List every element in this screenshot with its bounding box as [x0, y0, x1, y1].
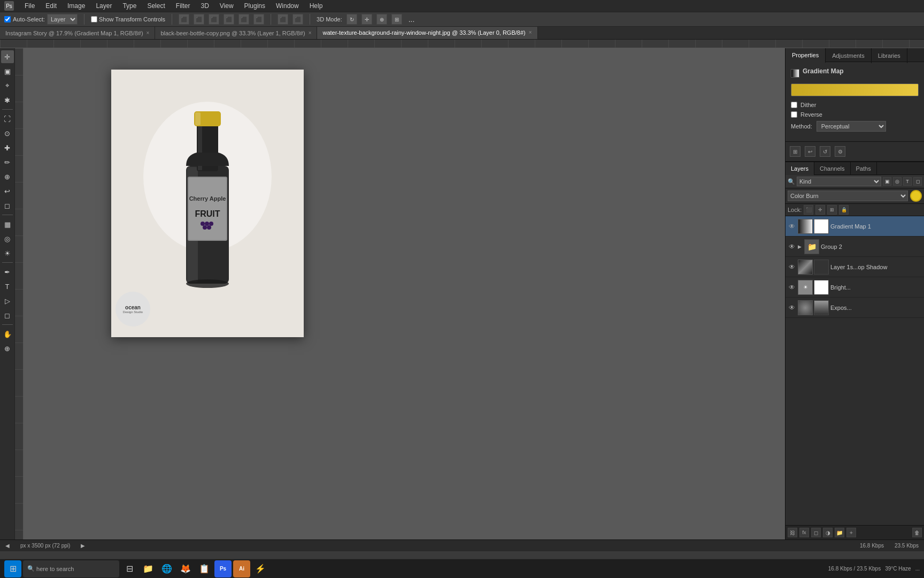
prop-icon-1[interactable]: ⊞ [790, 146, 800, 157]
gradient-tool[interactable]: ▦ [1, 218, 14, 231]
canvas-frame[interactable]: Cherry Apple FRUIT ocean Design Studio [111, 70, 304, 337]
align-left-btn[interactable]: ⬛ [179, 14, 189, 25]
layer-adj-btn[interactable]: ◑ [823, 528, 833, 537]
taskbar-btn-1[interactable]: ⊟ [121, 560, 138, 577]
lasso-tool[interactable]: ⌖ [1, 79, 14, 92]
layer-delete-btn[interactable]: 🗑 [912, 528, 922, 537]
taskbar-start[interactable]: ⊞ [4, 560, 21, 577]
3d-pan-btn[interactable]: ✛ [361, 14, 372, 25]
menu-plugins[interactable]: Plugins [242, 1, 267, 11]
menu-view[interactable]: View [218, 1, 236, 11]
menu-filter[interactable]: Filter [174, 1, 192, 11]
reverse-checkbox[interactable] [791, 111, 797, 118]
lock-artboard-btn[interactable]: ⊞ [827, 205, 837, 215]
layer-filter-pixel-btn[interactable]: ▣ [883, 177, 891, 186]
clone-tool[interactable]: ⊕ [1, 170, 14, 183]
3d-slide-btn[interactable]: ⊞ [391, 14, 402, 25]
tab-beer-bottle[interactable]: black-beer-bottle-copy.png @ 33.3% (Laye… [155, 27, 317, 40]
lock-position-btn[interactable]: ✛ [815, 205, 825, 215]
tab-channels[interactable]: Channels [814, 162, 850, 175]
tab-properties[interactable]: Properties [786, 48, 826, 63]
align-top-btn[interactable]: ⬛ [224, 14, 234, 25]
prop-icon-4[interactable]: ⚙ [835, 146, 845, 157]
taskbar-ps[interactable]: Ps [214, 560, 232, 577]
path-select-tool[interactable]: ▷ [1, 294, 14, 307]
crop-tool[interactable]: ⛶ [1, 112, 14, 125]
layer-eye-2[interactable]: 👁 [788, 263, 796, 271]
layer-eye-1[interactable]: 👁 [788, 242, 796, 251]
3d-rotate-btn[interactable]: ↻ [346, 14, 357, 25]
navigate-right[interactable]: ▶ [81, 543, 85, 549]
taskbar-ai[interactable]: Ai [233, 560, 250, 577]
eyedropper-tool[interactable]: ⊙ [1, 127, 14, 140]
layer-link-btn[interactable]: ⛓ [788, 528, 797, 537]
tab-close-2[interactable]: × [529, 29, 532, 35]
layer-eye-0[interactable]: 👁 [788, 222, 796, 231]
taskbar-btn-3[interactable]: 🦊 [177, 560, 194, 577]
navigate-left[interactable]: ◀ [5, 543, 10, 549]
tab-libraries[interactable]: Libraries [872, 48, 907, 63]
menu-file[interactable]: File [22, 1, 37, 11]
layer-filter-type-btn[interactable]: T [903, 177, 912, 186]
lock-pixel-btn[interactable]: ⬛ [804, 205, 813, 215]
layer-item-group2[interactable]: 👁 ▶ 📁 Group 2 [786, 237, 924, 257]
layer-eye-4[interactable]: 👁 [788, 303, 796, 312]
quick-select-tool[interactable]: ✱ [1, 94, 14, 107]
lock-all-btn[interactable]: 🔒 [839, 205, 849, 215]
menu-help[interactable]: Help [307, 1, 325, 11]
layer-add-btn[interactable]: + [846, 528, 856, 537]
opacity-circle[interactable] [910, 190, 922, 202]
eraser-tool[interactable]: ◻ [1, 199, 14, 212]
tab-adjustments[interactable]: Adjustments [826, 48, 872, 63]
auto-select-checkbox[interactable] [4, 16, 11, 22]
layer-fx-btn[interactable]: fx [799, 528, 809, 537]
blend-mode-dropdown[interactable]: Color Burn Normal Multiply [788, 191, 908, 201]
layer-mask-btn[interactable]: ◻ [811, 528, 821, 537]
taskbar-btn-4[interactable]: 📋 [196, 560, 213, 577]
prop-icon-2[interactable]: ↩ [805, 146, 815, 157]
marquee-tool[interactable]: ▣ [1, 65, 14, 78]
menu-window[interactable]: Window [274, 1, 301, 11]
taskbar-btn-2[interactable]: 📁 [140, 560, 157, 577]
pen-tool[interactable]: ✒ [1, 265, 14, 278]
layer-expand-1[interactable]: ▶ [798, 244, 802, 249]
tab-close-0[interactable]: × [147, 30, 150, 36]
type-tool[interactable]: T [1, 280, 14, 293]
menu-3d[interactable]: 3D [198, 1, 211, 11]
align-middle-btn[interactable]: ⬛ [238, 14, 249, 25]
taskbar-btn-5[interactable]: ⚡ [252, 560, 269, 577]
blur-tool[interactable]: ◎ [1, 232, 14, 245]
taskbar-chrome[interactable]: 🌐 [158, 560, 175, 577]
distribute-v-btn[interactable]: ⬛ [292, 14, 303, 25]
align-right-btn[interactable]: ⬛ [209, 14, 219, 25]
gradient-bar[interactable] [791, 83, 919, 96]
method-dropdown[interactable]: Perceptual Saturation Relative Colorimet… [817, 121, 886, 132]
dither-checkbox[interactable] [791, 102, 797, 108]
dodge-tool[interactable]: ☀ [1, 247, 14, 260]
layer-filter-shape-btn[interactable]: ◻ [913, 177, 922, 186]
layer-item-gradient-map[interactable]: 👁 Gradient Map 1 [786, 216, 924, 237]
menu-edit[interactable]: Edit [43, 1, 59, 11]
more-options-btn[interactable]: ... [406, 15, 417, 24]
auto-select-dropdown[interactable]: Layer Group [47, 14, 78, 25]
tab-layers[interactable]: Layers [786, 162, 814, 175]
tab-paths[interactable]: Paths [851, 162, 877, 175]
tab-water-texture[interactable]: water-texture-background-rainy-window-ni… [317, 27, 537, 40]
layer-eye-3[interactable]: 👁 [788, 283, 796, 292]
healing-tool[interactable]: ✚ [1, 141, 14, 154]
menu-select[interactable]: Select [145, 1, 167, 11]
align-center-btn[interactable]: ⬛ [194, 14, 204, 25]
menu-layer[interactable]: Layer [94, 1, 114, 11]
move-tool[interactable]: ✛ [1, 50, 14, 63]
brush-tool[interactable]: ✏ [1, 156, 14, 169]
layer-item-bright[interactable]: 👁 ☀ Bright... [786, 277, 924, 298]
prop-icon-3[interactable]: ↺ [820, 146, 830, 157]
taskbar-search[interactable]: 🔍 here to search [23, 560, 119, 577]
tab-instagram-story[interactable]: Instagram Story @ 17.9% (Gradient Map 1,… [0, 27, 155, 40]
kind-dropdown[interactable]: Kind [797, 177, 881, 186]
layer-item-shadow[interactable]: 👁 Layer 1s...op Shadow [786, 257, 924, 277]
layer-item-exposure[interactable]: 👁 Expos... [786, 298, 924, 318]
transform-controls-checkbox[interactable] [91, 16, 97, 22]
menu-image[interactable]: Image [65, 1, 87, 11]
distribute-h-btn[interactable]: ⬛ [278, 14, 288, 25]
